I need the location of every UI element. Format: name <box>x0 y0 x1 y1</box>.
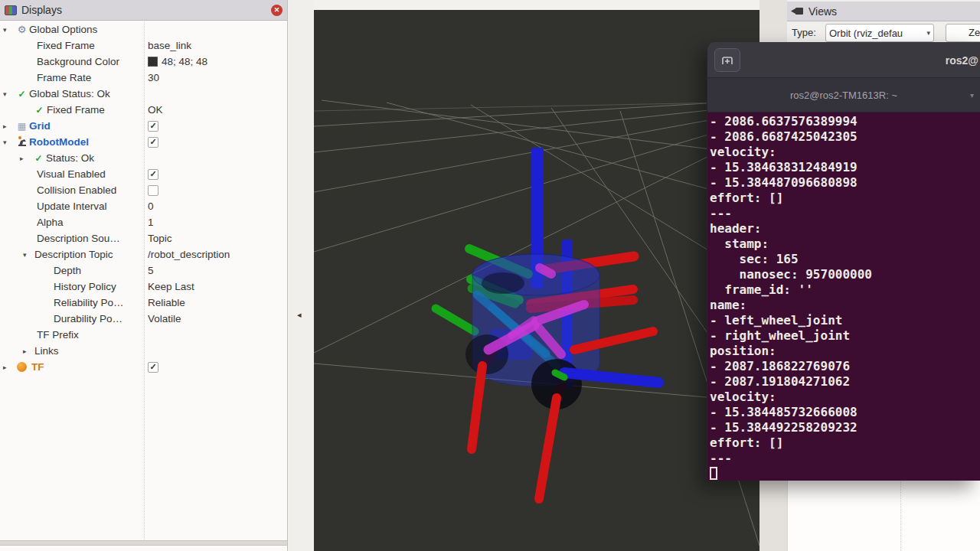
terminal-line: sec: 165 <box>710 252 980 267</box>
gear-icon: ⚙ <box>15 24 29 35</box>
terminal-line: name: <box>710 298 980 313</box>
terminal-line: --- <box>710 451 980 466</box>
row-label: TF Prefix <box>37 329 79 341</box>
row-label: Description Topic <box>34 249 113 260</box>
new-tab-icon <box>720 54 734 67</box>
terminal-line: - 15.384487096680898 <box>710 175 980 191</box>
panel-splitter[interactable]: ◂ <box>289 0 314 551</box>
robot-icon <box>15 135 29 148</box>
status-ok-icon: ✓ <box>15 89 29 99</box>
expand-arrow[interactable]: ▾ <box>3 90 15 98</box>
terminal-line: --- <box>710 206 980 221</box>
checkbox[interactable]: ✓ <box>148 362 158 373</box>
row-label: Global Status: Ok <box>29 88 110 99</box>
row-value: OK <box>148 104 163 116</box>
row-value[interactable]: 1 <box>148 217 154 228</box>
collapse-arrow-icon[interactable]: ◂ <box>297 310 302 320</box>
color-swatch <box>148 57 158 67</box>
checkbox[interactable]: ✓ <box>148 169 158 180</box>
tree-row-robotmodel[interactable]: ▾ RobotModel ✓ <box>0 134 287 150</box>
row-value[interactable]: Keep Last <box>148 281 194 292</box>
terminal-line: - 2087.186822769076 <box>710 359 980 374</box>
expand-arrow[interactable]: ▸ <box>20 155 31 162</box>
displays-title: Displays <box>21 4 62 16</box>
tree-row-robot-status[interactable]: ▸ ✓ Status: Ok <box>0 150 287 166</box>
terminal-line: - left_wheel_joint <box>710 313 980 328</box>
row-label: Fixed Frame <box>47 104 105 116</box>
tree-row-grid[interactable]: ▸ ▦ Grid ✓ <box>0 118 287 134</box>
tree-row-description-topic[interactable]: ▾ Description Topic /robot_description <box>0 246 287 262</box>
terminal-tabbar[interactable]: ros2@ros2-TM1613R: ~ ▾ <box>707 78 980 112</box>
row-label: Global Options <box>29 24 97 35</box>
new-tab-button[interactable] <box>714 48 740 72</box>
displays-panel: Displays ✕ ▾ ⚙ Global Options Fixed Fram… <box>0 0 288 551</box>
type-label: Type: <box>792 27 816 38</box>
row-label: Links <box>34 345 59 357</box>
shadow-blob <box>482 272 524 294</box>
panel-bottom-strip <box>0 546 287 551</box>
row-label: Update Interval <box>37 201 107 212</box>
tree-row-visual-enabled[interactable]: Visual Enabled ✓ <box>0 166 287 182</box>
tree-row-global-options[interactable]: ▾ ⚙ Global Options <box>0 21 287 37</box>
chevron-down-icon[interactable]: ▾ <box>970 91 974 99</box>
row-value[interactable]: /robot_description <box>148 249 230 260</box>
displays-titlebar[interactable]: Displays ✕ <box>0 0 287 21</box>
terminal-output[interactable]: - 2086.6637576389994 - 2086.668742504230… <box>707 112 980 481</box>
zero-button[interactable]: Ze <box>946 24 980 42</box>
terminal-window[interactable]: ros2@ ros2@ros2-TM1613R: ~ ▾ - 2086.6637… <box>707 42 980 481</box>
row-value[interactable]: 48; 48; 48 <box>162 56 207 67</box>
row-label: Status: Ok <box>46 152 94 164</box>
row-value[interactable]: Volatile <box>148 313 181 324</box>
y-axis-rod <box>436 308 475 331</box>
terminal-line: - 2087.191804271062 <box>710 374 980 390</box>
tree-row-alpha[interactable]: Alpha 1 <box>0 214 287 230</box>
tree-row-fixed-frame[interactable]: Fixed Frame base_link <box>0 37 287 54</box>
row-value[interactable]: base_link <box>148 40 191 51</box>
view-type-value: Orbit (rviz_defau <box>829 28 903 39</box>
horizontal-splitter[interactable] <box>0 540 287 546</box>
tree-row-links[interactable]: ▸ Links <box>0 343 287 359</box>
expand-arrow[interactable]: ▾ <box>23 251 34 259</box>
tree-row-global-status[interactable]: ▾ ✓ Global Status: Ok <box>0 86 287 102</box>
tree-row-update-interval[interactable]: Update Interval 0 <box>0 198 287 214</box>
robot-model-scene <box>314 10 760 551</box>
tree-row-background-color[interactable]: Background Color 48; 48; 48 <box>0 54 287 70</box>
displays-icon <box>5 5 17 15</box>
terminal-line: effort: [] <box>710 191 980 206</box>
row-value[interactable]: Topic <box>148 233 172 244</box>
tree-row-tf-prefix[interactable]: TF Prefix <box>0 327 287 343</box>
terminal-line: stamp: <box>710 236 980 252</box>
checkbox[interactable]: ✓ <box>148 121 158 132</box>
checkbox[interactable] <box>148 185 158 196</box>
expand-arrow[interactable]: ▸ <box>3 364 15 371</box>
views-titlebar[interactable]: Views <box>787 2 980 21</box>
tree-row-frame-rate[interactable]: Frame Rate 30 <box>0 70 287 86</box>
view-type-dropdown[interactable]: Orbit (rviz_defau ▾ <box>825 24 934 42</box>
row-value[interactable]: 30 <box>148 72 159 83</box>
tree-row-depth[interactable]: Depth 5 <box>0 262 287 279</box>
tree-row-tf[interactable]: ▸ TF ✓ <box>0 359 287 375</box>
tree-row-fixed-frame-status[interactable]: ✓ Fixed Frame OK <box>0 102 287 118</box>
row-value[interactable]: 5 <box>148 265 154 276</box>
terminal-titlebar[interactable]: ros2@ <box>707 42 980 78</box>
expand-arrow[interactable]: ▸ <box>3 122 15 130</box>
expand-arrow[interactable]: ▸ <box>23 347 34 355</box>
expand-arrow[interactable]: ▾ <box>3 139 15 146</box>
tree-row-durability-policy[interactable]: Durability Po… Volatile <box>0 311 287 327</box>
terminal-line: - 2086.6687425042305 <box>710 129 980 145</box>
tree-row-collision-enabled[interactable]: Collision Enabled <box>0 182 287 198</box>
tree-row-history-policy[interactable]: History Policy Keep Last <box>0 279 287 295</box>
tree-row-reliability-policy[interactable]: Reliability Po… Reliable <box>0 295 287 311</box>
row-value[interactable]: 0 <box>148 201 154 212</box>
checkbox[interactable]: ✓ <box>148 137 158 148</box>
terminal-line: - 15.384638312484919 <box>710 160 980 175</box>
displays-tree: ▾ ⚙ Global Options Fixed Frame base_link… <box>0 21 287 375</box>
tf-icon <box>17 362 27 372</box>
close-icon[interactable]: ✕ <box>271 5 283 16</box>
tree-row-description-source[interactable]: Description Sou… Topic <box>0 230 287 246</box>
status-ok-icon: ✓ <box>31 153 46 164</box>
3d-viewport[interactable] <box>314 10 760 551</box>
row-value[interactable]: Reliable <box>148 297 185 308</box>
expand-arrow[interactable]: ▾ <box>3 26 15 34</box>
terminal-tab[interactable]: ros2@ros2-TM1613R: ~ <box>790 90 897 101</box>
